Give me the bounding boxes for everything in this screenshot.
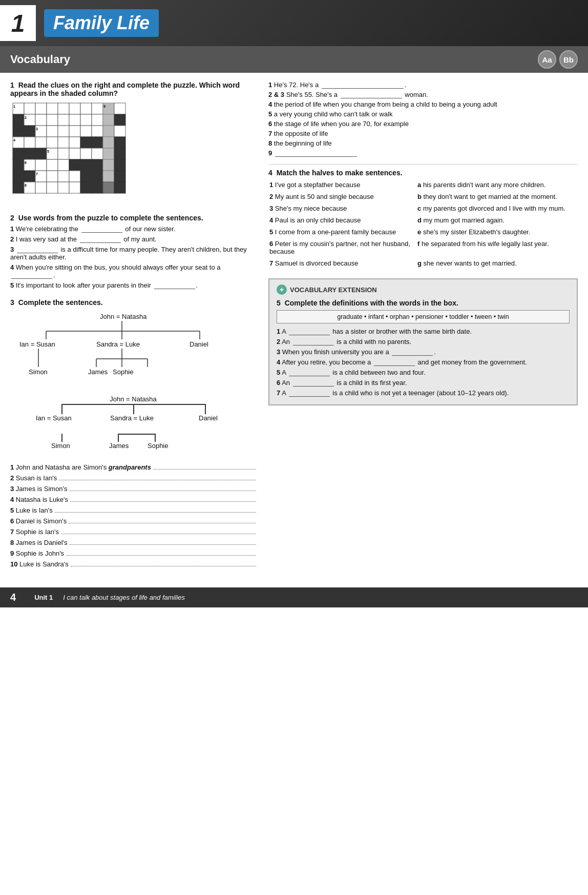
vocab-bar: Vocabulary Aa Bb — [0, 46, 588, 73]
fill-item-8: 8 James is Daniel's — [10, 538, 256, 546]
match-right-e: e she's my sister Elizabeth's daughter. — [417, 228, 577, 239]
svg-rect-27 — [47, 126, 58, 137]
svg-rect-4 — [47, 103, 58, 114]
fill-item-4: 4 Natasha is Luke's — [10, 495, 256, 503]
svg-rect-63 — [80, 159, 92, 171]
match-row-5: 5 I come from a one-parent family becaus… — [269, 228, 577, 239]
svg-rect-76 — [103, 171, 114, 182]
section2: 2 Use words from the puzzle to complete … — [10, 214, 256, 289]
svg-rect-21 — [103, 114, 114, 126]
match-left-4: 4 Paul is an only child because — [269, 216, 416, 227]
def-5: 5 A is a child between two and four. — [277, 369, 570, 376]
svg-rect-67 — [13, 171, 24, 182]
def-6: 6 An is a child in its first year. — [277, 379, 570, 387]
svg-rect-11 — [114, 103, 125, 114]
match-left-7: 7 Samuel is divorced because — [269, 259, 416, 270]
svg-rect-87 — [103, 182, 114, 193]
sentence-item-4: 4 When you're sitting on the bus, you sh… — [10, 263, 256, 279]
svg-rect-54 — [103, 148, 114, 159]
clue-23: 2 & 3 She's 55. She's a woman. — [268, 91, 578, 98]
svg-rect-85 — [80, 182, 92, 193]
clue-4: 4 the period of life when you change fro… — [268, 100, 578, 108]
match-right-a: a his parents didn't want any more child… — [417, 181, 577, 192]
svg-text:John = Natasha: John = Natasha — [100, 313, 147, 320]
svg-rect-84 — [69, 182, 80, 193]
svg-rect-16 — [47, 114, 58, 126]
fill-item-1: 1 John and Natasha are Simon's grandpare… — [10, 462, 256, 471]
svg-rect-36 — [24, 137, 35, 148]
bb-icon: Bb — [559, 50, 578, 69]
svg-rect-30 — [80, 126, 92, 137]
match-row-4: 4 Paul is an only child because d my mum… — [269, 216, 577, 227]
svg-text:9: 9 — [103, 105, 106, 108]
svg-rect-23 — [13, 126, 24, 137]
page-number: 4 — [10, 592, 16, 603]
svg-rect-52 — [80, 148, 92, 159]
clue-8: 8 the beginning of life — [268, 139, 578, 147]
svg-rect-68 — [24, 171, 35, 182]
svg-text:Sophie: Sophie — [113, 368, 133, 376]
svg-rect-5 — [58, 103, 69, 114]
fill-item-6: 6 Daniel is Simon's — [10, 516, 256, 525]
svg-text:8: 8 — [25, 184, 27, 187]
svg-rect-78 — [13, 182, 24, 193]
svg-rect-45 — [13, 148, 24, 159]
svg-rect-71 — [47, 171, 58, 182]
svg-text:3: 3 — [36, 127, 38, 131]
fill-item-5: 5 Luke is Ian's — [10, 505, 256, 514]
match-left-2: 2 My aunt is 50 and single because — [269, 193, 416, 204]
svg-rect-56 — [13, 159, 24, 171]
svg-text:5: 5 — [47, 150, 49, 153]
svg-rect-12 — [13, 114, 24, 126]
unit-number: 1 — [0, 5, 36, 41]
svg-rect-88 — [114, 182, 125, 193]
fill-item-10: 10 Luke is Sandra's — [10, 559, 256, 568]
svg-rect-3 — [35, 103, 47, 114]
svg-rect-46 — [24, 148, 35, 159]
svg-rect-59 — [35, 159, 47, 171]
svg-rect-66 — [114, 159, 125, 171]
svg-rect-86 — [92, 182, 103, 193]
svg-text:7: 7 — [36, 172, 38, 176]
match-right-b: b they don't want to get married at the … — [417, 193, 577, 204]
svg-rect-64 — [92, 159, 103, 171]
vocab-label: Vocabulary — [10, 53, 70, 66]
svg-rect-42 — [92, 137, 103, 148]
def-2: 2 An is a child with no parents. — [277, 338, 570, 345]
svg-text:1: 1 — [13, 105, 15, 108]
svg-rect-33 — [114, 126, 125, 137]
match-left-1: 1 I've got a stepfather because — [269, 181, 416, 192]
svg-rect-32 — [103, 126, 114, 137]
section1: 1 Read the clues on the right and comple… — [10, 81, 256, 205]
svg-rect-65 — [103, 159, 114, 171]
footer-unit: Unit 1 — [34, 594, 53, 601]
match-right-d: d my mum got married again. — [417, 216, 577, 227]
svg-text:2: 2 — [25, 116, 27, 119]
svg-rect-53 — [92, 148, 103, 159]
fill-item-9: 9 Sophie is John's — [10, 548, 256, 557]
clue-9: 9 — [268, 149, 578, 157]
svg-rect-29 — [69, 126, 80, 137]
section2-heading: 2 Use words from the puzzle to complete … — [10, 214, 256, 222]
svg-rect-82 — [47, 182, 58, 193]
svg-rect-74 — [80, 171, 92, 182]
match-row-7: 7 Samuel is divorced because g she never… — [269, 259, 577, 270]
svg-rect-37 — [35, 137, 47, 148]
vocab-ext-header: + VOCABULARY EXTENSION — [277, 284, 570, 295]
match-right-f: f he separated from his wife legally las… — [417, 240, 577, 258]
match-table: 1 I've got a stepfather because a his pa… — [268, 180, 578, 271]
sentence-item-5: 5 It's important to look after your pare… — [10, 281, 256, 289]
svg-rect-73 — [69, 171, 80, 182]
svg-rect-38 — [47, 137, 58, 148]
svg-rect-60 — [47, 159, 58, 171]
svg-rect-2 — [24, 103, 35, 114]
svg-rect-19 — [80, 114, 92, 126]
svg-rect-31 — [92, 126, 103, 137]
match-row-1: 1 I've got a stepfather because a his pa… — [269, 181, 577, 192]
svg-rect-50 — [58, 148, 69, 159]
section5-heading: 5 Complete the definitions with the word… — [277, 299, 570, 307]
svg-rect-61 — [58, 159, 69, 171]
page-header: 1 Family Life — [0, 0, 588, 46]
svg-text:6: 6 — [25, 161, 27, 165]
svg-rect-17 — [58, 114, 69, 126]
